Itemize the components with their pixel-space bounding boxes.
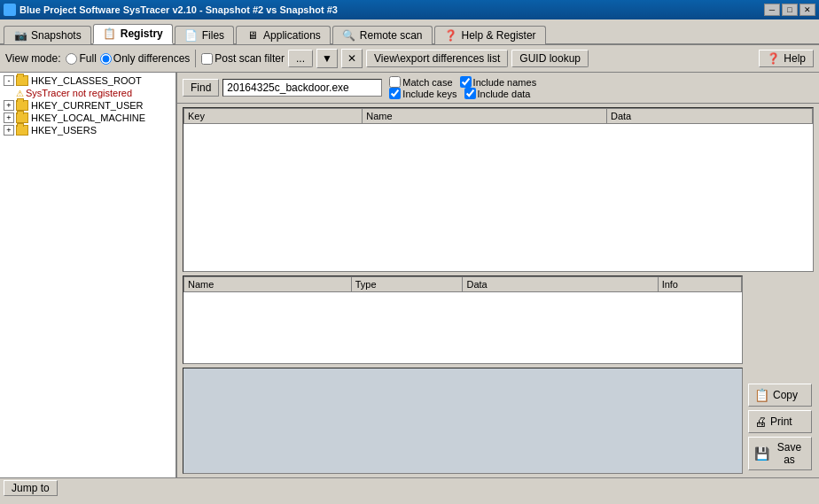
- bottom-table: Name Type Data Info: [183, 276, 742, 292]
- include-names-option[interactable]: Include names: [460, 76, 537, 88]
- expand-hkey-current-user[interactable]: +: [4, 100, 14, 111]
- maximize-button[interactable]: □: [782, 4, 798, 16]
- radio-only-differences[interactable]: Only differences: [100, 52, 191, 65]
- checkbox-row-1: Match case Include names: [389, 76, 536, 88]
- bottom-section: Name Type Data Info: [177, 274, 819, 477]
- tree-label-hkey-classes-root: HKEY_CLASSES_ROOT: [31, 75, 142, 86]
- match-case-option[interactable]: Match case: [389, 76, 452, 88]
- app-icon: [4, 4, 16, 16]
- title-bar: Blue Project Software SysTracer v2.10 - …: [0, 0, 819, 19]
- search-input[interactable]: [222, 79, 382, 97]
- tree-item-hkey-current-user[interactable]: + HKEY_CURRENT_USER: [2, 99, 174, 112]
- tab-files[interactable]: 📄 Files: [175, 26, 234, 44]
- copy-button[interactable]: 📋 Copy: [748, 384, 812, 407]
- tab-snapshots[interactable]: 📷 Snapshots: [4, 26, 91, 44]
- filter-icon-btn[interactable]: ▼: [316, 49, 338, 68]
- include-names-label: Include names: [473, 77, 537, 88]
- title-bar-text: Blue Project Software SysTracer v2.10 - …: [20, 4, 338, 15]
- button-panel: 📋 Copy 🖨 Print 💾 Save as: [748, 274, 819, 477]
- tab-remote-scan[interactable]: 🔍 Remote scan: [332, 26, 433, 44]
- tree-label-hkey-users: HKEY_USERS: [31, 125, 97, 136]
- warning-icon: ⚠: [16, 89, 24, 98]
- col-name: Name: [363, 109, 607, 124]
- title-bar-left: Blue Project Software SysTracer v2.10 - …: [4, 4, 338, 16]
- bottom-table-container: Name Type Data Info: [183, 275, 743, 364]
- search-bar: Find Match case Include names: [177, 73, 819, 104]
- tree-item-hkey-users[interactable]: + HKEY_USERS: [2, 124, 174, 136]
- top-table-container: Key Name Data: [183, 107, 814, 272]
- post-scan-filter-label[interactable]: Post scan filter: [201, 52, 285, 65]
- remote-scan-icon: 🔍: [342, 29, 356, 42]
- col-b-name: Name: [184, 277, 352, 292]
- radio-full[interactable]: Full: [66, 52, 96, 65]
- radio-only-diff-label: Only differences: [113, 52, 191, 65]
- tree-item-warning: ⚠ SysTracer not registered: [14, 87, 174, 99]
- tab-remote-scan-label: Remote scan: [360, 29, 423, 42]
- bottom-tables: Name Type Data Info: [177, 274, 748, 477]
- radio-full-label: Full: [79, 52, 96, 65]
- col-b-info: Info: [658, 277, 741, 292]
- help-button[interactable]: ❓ Help: [759, 50, 814, 67]
- view-export-button[interactable]: View\export differences list: [366, 50, 508, 67]
- find-button[interactable]: Find: [183, 79, 219, 97]
- save-as-button[interactable]: 💾 Save as: [748, 437, 812, 470]
- print-button[interactable]: 🖨 Print: [748, 410, 812, 433]
- guid-lookup-button[interactable]: GUID lookup: [511, 50, 589, 67]
- tree-item-hkey-local-machine[interactable]: + HKEY_LOCAL_MACHINE: [2, 112, 174, 124]
- tab-help-register[interactable]: ❓ Help & Register: [434, 26, 546, 44]
- col-b-type: Type: [351, 277, 463, 292]
- print-icon: 🖨: [754, 415, 767, 429]
- folder-icon-hkey-classes-root: [16, 75, 28, 86]
- detail-container: [183, 368, 743, 474]
- expand-hkey-users[interactable]: +: [4, 125, 14, 136]
- expand-hkey-classes-root[interactable]: -: [4, 75, 14, 86]
- match-case-label: Match case: [402, 77, 452, 88]
- post-scan-filter-checkbox[interactable]: [201, 53, 213, 65]
- include-data-option[interactable]: Include data: [464, 88, 531, 99]
- main-content: - HKEY_CLASSES_ROOT ⚠ SysTracer not regi…: [0, 73, 819, 477]
- help-question-icon: ❓: [767, 52, 780, 65]
- include-names-checkbox[interactable]: [460, 76, 472, 88]
- tree-item-hkey-classes-root[interactable]: - HKEY_CLASSES_ROOT: [2, 74, 174, 87]
- snapshots-icon: 📷: [13, 29, 27, 42]
- help-register-icon: ❓: [444, 29, 458, 42]
- col-key: Key: [184, 109, 363, 124]
- checkbox-row-2: Include keys Include data: [389, 88, 536, 99]
- tab-applications-label: Applications: [263, 29, 321, 42]
- folder-icon-hkey-users: [16, 125, 28, 136]
- toolbar: View mode: Full Only differences Post sc…: [0, 45, 819, 73]
- right-panel: Find Match case Include names: [177, 73, 819, 477]
- minimize-button[interactable]: ─: [764, 4, 780, 16]
- tab-applications[interactable]: 🖥 Applications: [236, 26, 331, 44]
- tab-registry[interactable]: 📋 Registry: [93, 24, 173, 44]
- checkbox-group: Match case Include names Include keys In…: [389, 76, 536, 99]
- tab-help-register-label: Help & Register: [462, 29, 536, 42]
- tree-label-hkey-local-machine: HKEY_LOCAL_MACHINE: [31, 112, 145, 123]
- match-case-checkbox[interactable]: [389, 76, 401, 88]
- include-keys-option[interactable]: Include keys: [389, 88, 456, 99]
- tab-registry-label: Registry: [121, 27, 163, 40]
- separator-1: [195, 50, 196, 67]
- top-table: Key Name Data: [183, 108, 813, 124]
- radio-only-diff-input[interactable]: [100, 53, 112, 65]
- registry-icon: 📋: [103, 27, 117, 40]
- expand-hkey-local-machine[interactable]: +: [4, 112, 14, 123]
- radio-full-input[interactable]: [66, 53, 77, 65]
- include-keys-checkbox[interactable]: [389, 88, 401, 99]
- dots-button[interactable]: ...: [288, 50, 313, 67]
- tree-label-hkey-current-user: HKEY_CURRENT_USER: [31, 100, 144, 111]
- tab-files-label: Files: [202, 29, 224, 42]
- clear-filter-icon-btn[interactable]: ✕: [341, 49, 363, 68]
- tree-panel: - HKEY_CLASSES_ROOT ⚠ SysTracer not regi…: [0, 73, 177, 477]
- files-icon: 📄: [184, 29, 199, 42]
- warning-text: SysTracer not registered: [26, 88, 132, 98]
- col-data: Data: [607, 109, 813, 124]
- include-data-label: Include data: [478, 89, 531, 99]
- applications-icon: 🖥: [246, 29, 260, 42]
- include-keys-label: Include keys: [402, 89, 456, 99]
- tab-bar: 📷 Snapshots 📋 Registry 📄 Files 🖥 Applica…: [0, 19, 819, 45]
- close-button[interactable]: ✕: [800, 4, 815, 16]
- include-data-checkbox[interactable]: [464, 88, 476, 99]
- jump-to-button[interactable]: Jump to: [4, 480, 58, 496]
- copy-icon: 📋: [754, 388, 769, 402]
